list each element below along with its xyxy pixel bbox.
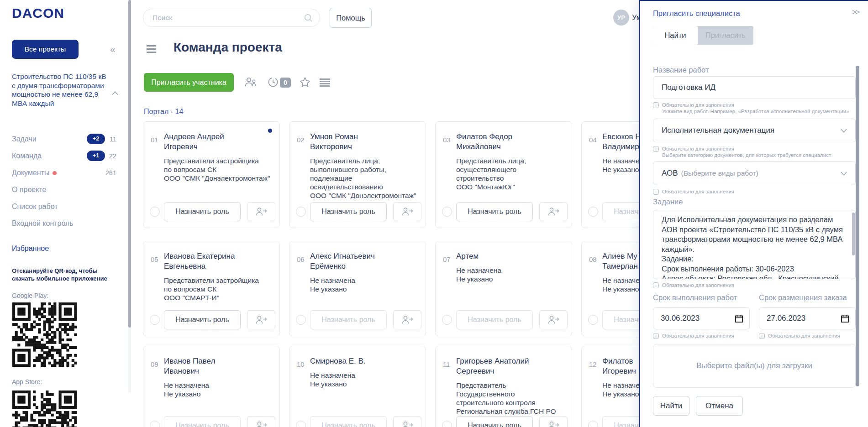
sidebar-item-favorites[interactable]: Избранное bbox=[12, 245, 49, 253]
menu-toggle-icon[interactable] bbox=[147, 45, 156, 55]
transfer-member-button[interactable] bbox=[247, 310, 275, 329]
card-number: 07 bbox=[443, 255, 451, 263]
assign-role-button[interactable]: Назначить роль bbox=[456, 310, 533, 329]
order-date-label: Срок размещения заказа bbox=[759, 293, 847, 302]
panel-scrollbar-thumb[interactable] bbox=[856, 66, 859, 386]
team-member-card-06: 06Алекс ИгнатьевичЕрёменкоНе назначенаНе… bbox=[289, 241, 426, 336]
select-member-radio[interactable] bbox=[150, 207, 160, 217]
assign-role-button[interactable]: Назначить роль bbox=[310, 310, 387, 329]
cancel-button[interactable]: Отмена bbox=[696, 396, 743, 416]
sidebar-item-label: Документы bbox=[12, 169, 57, 177]
team-member-card-11: 11Григорьев АнатолийСергеевичПредставите… bbox=[435, 346, 572, 427]
select-member-radio[interactable] bbox=[442, 207, 452, 217]
tab-invite[interactable]: Пригласить bbox=[698, 26, 753, 45]
transfer-member-button[interactable] bbox=[539, 202, 568, 221]
panel-collapse-icon[interactable]: >> bbox=[852, 8, 859, 16]
select-member-radio[interactable] bbox=[588, 421, 598, 427]
app-store-label: App Store: bbox=[12, 378, 42, 385]
assign-role-button[interactable]: Назначить роль bbox=[310, 202, 387, 221]
category-select[interactable]: Исполнительная документация bbox=[653, 119, 856, 142]
info-icon: i bbox=[653, 146, 659, 152]
assign-role-button[interactable]: Назначить роль bbox=[310, 416, 387, 427]
app-store-qr-code bbox=[12, 391, 77, 427]
deadline-hint: iОбязательно для заполнения bbox=[653, 333, 734, 339]
work-name-hint: iОбязательно для заполненияУкажите вид р… bbox=[653, 102, 849, 115]
member-name: Иванова ЕкатеринаЕвгеньевна bbox=[164, 251, 272, 271]
avatar[interactable]: УР bbox=[613, 10, 629, 26]
category-hint: iОбязательно для заполненияВыберите кате… bbox=[653, 146, 831, 158]
select-member-radio[interactable] bbox=[296, 207, 306, 217]
sidebar-item-0[interactable]: Задачи+211 bbox=[0, 135, 128, 152]
nav-count: 22 bbox=[109, 152, 116, 160]
work-name-label: Название работ bbox=[653, 66, 709, 74]
select-member-radio[interactable] bbox=[588, 315, 598, 325]
team-member-card-03: 03Филатов ФедорМихайловичПредставитель л… bbox=[435, 121, 572, 228]
select-member-radio[interactable] bbox=[296, 421, 306, 427]
assign-role-button[interactable]: Назначить роль bbox=[456, 416, 533, 427]
deadline-label: Срок выполнения работ bbox=[653, 293, 737, 302]
sidebar-item-2[interactable]: Документы261 bbox=[0, 169, 128, 186]
order-date-input[interactable]: 27.06.2023 bbox=[759, 307, 856, 329]
help-button[interactable]: Помощь bbox=[330, 8, 372, 28]
chevron-up-icon[interactable] bbox=[112, 91, 118, 95]
sidebar-collapse-icon[interactable]: « bbox=[110, 44, 116, 55]
select-member-radio[interactable] bbox=[150, 315, 160, 325]
assign-role-button[interactable]: Назначить роль bbox=[456, 202, 533, 221]
work-name-input[interactable]: Подготовка ИД bbox=[653, 76, 856, 99]
transfer-member-button[interactable] bbox=[247, 416, 275, 427]
textarea-scrollbar-thumb[interactable] bbox=[852, 213, 855, 255]
card-number: 09 bbox=[151, 360, 158, 368]
card-number: 01 bbox=[151, 136, 158, 144]
transfer-member-button[interactable] bbox=[539, 416, 568, 427]
panel-tabs: Найти Пригласить bbox=[653, 26, 753, 45]
assign-role-button[interactable]: Назначить роль bbox=[164, 416, 241, 427]
qr-hint-text: Отсканируйте QR-код, чтобы скачать мобил… bbox=[12, 267, 111, 282]
sidebar-item-5[interactable]: Входной контроль bbox=[0, 219, 128, 236]
star-icon[interactable] bbox=[299, 77, 311, 88]
member-role: Не назначенаНе указано bbox=[164, 381, 274, 398]
work-types-placeholder: (Выберите виды работ) bbox=[681, 169, 758, 177]
member-name: Умнов РоманВикторович bbox=[310, 132, 418, 152]
sidebar-item-label: О проекте bbox=[12, 186, 46, 194]
work-types-select[interactable]: АОВ(Выберите виды работ) bbox=[653, 161, 856, 185]
all-projects-button[interactable]: Все проекты bbox=[12, 40, 79, 59]
invite-member-button[interactable]: Пригласить участника bbox=[144, 73, 234, 92]
transfer-member-button[interactable] bbox=[539, 310, 568, 329]
select-member-radio[interactable] bbox=[588, 207, 598, 217]
order-date-value: 27.06.2023 bbox=[767, 314, 805, 323]
task-textarea[interactable]: Для Исполнительная документация по разде… bbox=[653, 210, 856, 279]
list-view-icon[interactable] bbox=[320, 78, 330, 87]
sidebar-item-3[interactable]: О проекте bbox=[0, 186, 128, 203]
card-number: 12 bbox=[589, 360, 597, 368]
sidebar-item-1[interactable]: Команда+122 bbox=[0, 152, 128, 169]
card-number: 11 bbox=[443, 360, 450, 368]
team-member-card-05: 05Иванова ЕкатеринаЕвгеньевнаПредставите… bbox=[143, 241, 280, 336]
team-members-icon[interactable] bbox=[244, 77, 257, 88]
tab-find[interactable]: Найти bbox=[653, 26, 698, 45]
page-title: Команда проекта bbox=[174, 40, 282, 55]
assign-role-button[interactable]: Назначить роль bbox=[164, 202, 241, 221]
transfer-member-button[interactable] bbox=[393, 310, 421, 329]
select-member-radio[interactable] bbox=[442, 315, 452, 325]
main-scrollbar-thumb[interactable] bbox=[128, 0, 131, 328]
pending-invites-clock-icon[interactable] bbox=[268, 77, 279, 88]
select-member-radio[interactable] bbox=[442, 421, 452, 427]
select-member-radio[interactable] bbox=[296, 315, 306, 325]
search-input[interactable] bbox=[153, 9, 299, 26]
member-name: Алекс ИгнатьевичЕрёменко bbox=[310, 251, 418, 271]
file-upload-dropzone[interactable]: Выберите файл(ы) для загрузки bbox=[653, 344, 856, 388]
team-member-card-07: 07АртемНе назначенаНе указаноНазначить р… bbox=[435, 241, 572, 336]
find-button[interactable]: Найти bbox=[653, 396, 689, 416]
sidebar-item-4[interactable]: Список работ bbox=[0, 203, 128, 219]
unread-indicator-dot bbox=[268, 129, 272, 133]
transfer-member-button[interactable] bbox=[393, 202, 421, 221]
sidebar-nav: Задачи+211Команда+122Документы261О проек… bbox=[0, 135, 128, 236]
select-member-radio[interactable] bbox=[150, 421, 160, 427]
info-icon: i bbox=[653, 282, 659, 288]
assign-role-button[interactable]: Назначить роль bbox=[164, 310, 241, 329]
transfer-member-button[interactable] bbox=[393, 416, 421, 427]
transfer-member-button[interactable] bbox=[247, 202, 275, 221]
deadline-date-input[interactable]: 30.06.2023 bbox=[653, 307, 750, 329]
nav-badge: +2 bbox=[87, 134, 105, 144]
team-member-card-10: 10Смирнова Е. В.Не назначенаНе указаноНа… bbox=[289, 346, 426, 427]
